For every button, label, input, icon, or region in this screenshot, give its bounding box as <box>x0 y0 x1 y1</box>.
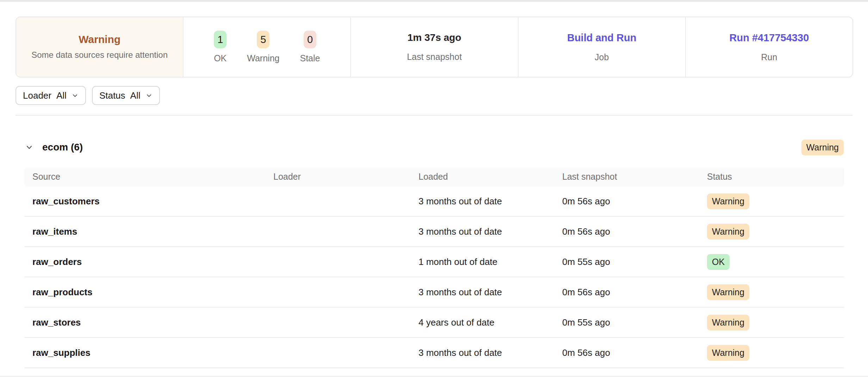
source-name: raw_stores <box>32 317 273 328</box>
status-badge: Warning <box>707 193 749 209</box>
loader-filter-value: All <box>56 90 67 101</box>
source-name: raw_customers <box>32 196 273 207</box>
loader-filter-dropdown[interactable]: Loader All <box>16 86 86 105</box>
group-collapse-chevron-icon[interactable] <box>25 143 34 152</box>
status-cell: Warning <box>707 224 836 240</box>
status-cell: Warning <box>707 193 836 209</box>
table-row[interactable]: raw_products 3 months out of date 0m 56s… <box>25 277 844 308</box>
group-status-badge: Warning <box>801 140 844 155</box>
status-badge: Warning <box>707 284 749 300</box>
column-header-source: Source <box>32 172 273 182</box>
window-top-border <box>0 0 868 2</box>
last-snapshot-cell: 0m 56s ago <box>562 226 707 237</box>
ok-count-pill: 1 <box>214 31 227 48</box>
summary-cards: Warning Some data sources require attent… <box>16 17 853 78</box>
status-badge: Warning <box>707 315 749 330</box>
table-row[interactable]: raw_customers 3 months out of date 0m 56… <box>25 186 844 217</box>
overall-status-card: Warning Some data sources require attent… <box>16 17 184 77</box>
status-cell: Warning <box>707 315 836 330</box>
source-name: raw_orders <box>32 257 273 267</box>
chevron-down-icon <box>145 92 153 99</box>
stale-count-pill: 0 <box>304 31 316 48</box>
last-snapshot-card: 1m 37s ago Last snapshot <box>351 17 518 77</box>
table-header-row: Source Loader Loaded Last snapshot Statu… <box>25 167 844 186</box>
ok-count-label: OK <box>214 53 227 63</box>
table-row[interactable]: raw_items 3 months out of date 0m 56s ag… <box>25 217 844 247</box>
overall-status-title: Warning <box>79 33 120 46</box>
source-name: raw_items <box>32 226 273 237</box>
column-header-status: Status <box>707 172 836 182</box>
status-badge: Warning <box>707 345 749 361</box>
table-row[interactable]: raw_supplies 3 months out of date 0m 56s… <box>25 338 844 368</box>
bottom-divider <box>0 376 868 377</box>
status-filter-label: Status <box>99 90 125 101</box>
status-counts: 1 OK 5 Warning 0 Stale <box>214 31 320 63</box>
status-filter-dropdown[interactable]: Status All <box>92 86 160 105</box>
status-badge: OK <box>707 254 730 270</box>
job-link[interactable]: Build and Run <box>567 32 637 44</box>
last-snapshot-cell: 0m 56s ago <box>562 196 707 207</box>
last-snapshot-cell: 0m 55s ago <box>562 257 707 267</box>
table-row[interactable]: raw_orders 1 month out of date 0m 55s ag… <box>25 247 844 277</box>
loaded-cell: 1 month out of date <box>418 257 562 267</box>
column-header-loaded: Loaded <box>418 172 562 182</box>
loaded-cell: 3 months out of date <box>418 287 562 298</box>
last-snapshot-cell: 0m 55s ago <box>562 317 707 328</box>
status-cell: Warning <box>707 345 836 361</box>
overall-status-subtitle: Some data sources require attention <box>31 49 168 61</box>
last-snapshot-value: 1m 37s ago <box>408 32 461 43</box>
run-link[interactable]: Run #417754330 <box>730 32 809 44</box>
sources-table: Source Loader Loaded Last snapshot Statu… <box>25 167 844 368</box>
column-header-last-snapshot: Last snapshot <box>562 172 707 182</box>
last-snapshot-cell: 0m 56s ago <box>562 347 707 358</box>
warning-count-pill: 5 <box>257 31 269 48</box>
loaded-cell: 3 months out of date <box>418 226 562 237</box>
group-title: ecom (6) <box>42 142 83 153</box>
source-group-header[interactable]: ecom (6) Warning <box>0 116 868 167</box>
status-filter-value: All <box>130 90 141 101</box>
count-stale: 0 Stale <box>300 31 320 63</box>
filter-bar: Loader All Status All <box>16 86 868 105</box>
status-counts-card: 1 OK 5 Warning 0 Stale <box>184 17 351 77</box>
column-header-loader: Loader <box>273 172 418 182</box>
last-snapshot-label: Last snapshot <box>407 52 462 62</box>
count-ok: 1 OK <box>214 31 227 63</box>
job-label: Job <box>595 52 609 62</box>
loaded-cell: 4 years out of date <box>418 317 562 328</box>
last-snapshot-cell: 0m 56s ago <box>562 287 707 298</box>
warning-count-label: Warning <box>247 53 279 63</box>
loaded-cell: 3 months out of date <box>418 196 562 207</box>
status-cell: OK <box>707 254 836 270</box>
loaded-cell: 3 months out of date <box>418 347 562 358</box>
source-name: raw_supplies <box>32 347 273 358</box>
table-row[interactable]: raw_stores 4 years out of date 0m 55s ag… <box>25 308 844 338</box>
run-card: Run #417754330 Run <box>686 17 852 77</box>
source-name: raw_products <box>32 287 273 298</box>
run-label: Run <box>761 52 777 62</box>
chevron-down-icon <box>72 92 79 99</box>
stale-count-label: Stale <box>300 53 320 63</box>
status-cell: Warning <box>707 284 836 300</box>
count-warning: 5 Warning <box>247 31 279 63</box>
loader-filter-label: Loader <box>23 90 51 101</box>
job-card: Build and Run Job <box>519 17 686 77</box>
status-badge: Warning <box>707 224 749 240</box>
